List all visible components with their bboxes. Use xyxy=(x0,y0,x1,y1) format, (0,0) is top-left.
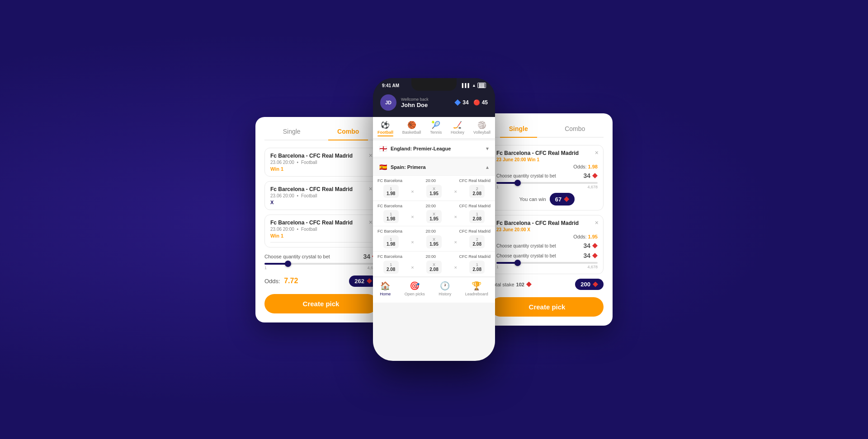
home-icon: 🏠 xyxy=(380,281,390,291)
x-div-4: × xyxy=(411,265,414,270)
avatar: JD xyxy=(380,94,396,111)
odds-4-h1[interactable]: 12.08 xyxy=(383,261,399,274)
spain-league[interactable]: 🇪🇸 Spain: Primera ▴ xyxy=(373,159,495,176)
odds-3-x[interactable]: X1.95 xyxy=(426,235,442,248)
match-2-home: FC Barcelona xyxy=(377,204,402,208)
odds-1-h2[interactable]: 22.08 xyxy=(469,185,485,198)
left-tab-single[interactable]: Single xyxy=(274,125,310,140)
wifi-icon: ▲ xyxy=(472,83,476,88)
odds-4-h2[interactable]: 12.08 xyxy=(469,261,485,274)
bottom-nav: 🏠 Home 🎯 Open picks 🕐 History 🏆 Leadrebo… xyxy=(373,277,495,303)
right-tab-single[interactable]: Single xyxy=(500,122,537,138)
right-crystal-2a xyxy=(592,243,598,248)
sport-tab-tennis[interactable]: 🎾 Tennis xyxy=(428,121,443,136)
right-card: Single Combo × Fc Barcelona - CFC Real M… xyxy=(481,113,613,326)
left-qty-section: Choose quantity crystal to bet 34 1 4,67… xyxy=(264,253,377,270)
x-div-4b: × xyxy=(454,265,457,270)
bet-meta-2: 23.06 20:00 • Football xyxy=(270,193,372,198)
right-win-row-1: You can win 67 xyxy=(496,193,598,205)
odds-2-h2[interactable]: 12.08 xyxy=(469,210,485,223)
nav-picks-label: Open picks xyxy=(405,292,425,296)
right-range-2: 1 4,678 xyxy=(496,265,598,269)
right-close-2[interactable]: × xyxy=(595,219,599,226)
right-crystal-total xyxy=(526,282,532,287)
right-bet-title-2: Fc Barcelona - CFC Real Madrid xyxy=(496,220,598,226)
phone-screen: ⚽ Football 🏀 Basketball 🎾 Tennis 🏒 xyxy=(373,117,495,361)
nav-leaderboard[interactable]: 🏆 Leadreboard xyxy=(465,281,488,296)
picks-icon: 🎯 xyxy=(410,281,420,291)
nav-leaderboard-label: Leadreboard xyxy=(465,292,488,296)
left-create-btn[interactable]: Create pick xyxy=(264,294,377,313)
tennis-icon: 🎾 xyxy=(431,121,440,129)
spain-collapse-icon: ▴ xyxy=(486,164,489,170)
right-range-1: 1 4,678 xyxy=(496,185,598,189)
odds-1-h1[interactable]: 11.98 xyxy=(383,185,399,198)
currency-2: 🔴 45 xyxy=(473,99,488,106)
odds-3-h1[interactable]: 11.98 xyxy=(383,235,399,248)
spain-league-name: Spain: Primera xyxy=(391,164,426,170)
close-bet-2[interactable]: × xyxy=(369,185,373,192)
sport-tab-hockey[interactable]: 🏒 Hockey xyxy=(449,121,466,136)
right-slider-1[interactable] xyxy=(496,182,598,184)
match-4-home: FC Barcelona xyxy=(377,254,402,259)
right-crystal-win-1 xyxy=(564,196,569,202)
odds-4-x[interactable]: X2.08 xyxy=(426,261,442,274)
leaderboard-icon: 🏆 xyxy=(472,281,481,291)
basketball-icon: 🏀 xyxy=(407,121,416,129)
currency-row: 34 🔴 45 xyxy=(454,99,488,106)
right-total-row: Total stake 102 200 xyxy=(491,279,604,290)
right-close-1[interactable]: × xyxy=(595,149,599,156)
england-league[interactable]: 🏴󠁧󠁢󠁥󠁮󠁧󠁿 England: Premier-League ▾ xyxy=(373,140,495,157)
x-div-2: × xyxy=(411,214,414,220)
left-tab-combo[interactable]: Combo xyxy=(328,125,368,140)
hockey-icon: 🏒 xyxy=(453,121,462,129)
sport-tab-basketball[interactable]: 🏀 Basketball xyxy=(401,121,423,136)
match-1-away: CFC Real Madrid xyxy=(459,178,491,183)
tennis-label: Tennis xyxy=(430,130,442,135)
nav-home-label: Home xyxy=(380,292,391,296)
right-create-btn[interactable]: Create pick xyxy=(491,297,604,317)
close-bet-3[interactable]: × xyxy=(369,219,373,226)
match-3-home: FC Barcelona xyxy=(377,229,402,234)
odds-1-x[interactable]: X1.95 xyxy=(426,185,442,198)
england-expand-icon: ▾ xyxy=(486,145,489,152)
x-div-3: × xyxy=(411,239,414,245)
odds-2-x[interactable]: X1.95 xyxy=(426,210,442,223)
left-card: Single Combo × Fc Barcelona - CFC Real M… xyxy=(255,117,387,322)
spain-league-info: 🇪🇸 Spain: Primera xyxy=(379,163,426,171)
nav-open-picks[interactable]: 🎯 Open picks xyxy=(405,281,425,296)
bet-title-1: Fc Barcelona - CFC Real Madrid xyxy=(270,153,372,159)
sport-tab-football[interactable]: ⚽ Football xyxy=(376,121,395,136)
left-tab-row: Single Combo xyxy=(264,125,377,140)
right-tab-combo[interactable]: Combo xyxy=(556,122,594,138)
close-bet-1[interactable]: × xyxy=(369,152,373,159)
match-1-time: 20:00 xyxy=(425,178,436,183)
right-odds-value-1: 1.98 xyxy=(588,164,598,169)
right-bet-1: × Fc Barcelona - CFC Real Madrid 23 June… xyxy=(491,145,604,210)
odds-3-h2[interactable]: 22.08 xyxy=(469,235,485,248)
right-slider-2[interactable] xyxy=(496,262,598,264)
football-label: Football xyxy=(377,130,393,135)
signal-icon: ▌▌▌ xyxy=(462,83,471,88)
match-4-away: CFC Real Madrid xyxy=(459,254,491,259)
right-bet-date-1: 23 June 20:00 Win 1 xyxy=(496,157,598,162)
status-time: 9:41 AM xyxy=(382,83,399,88)
odds-2-h1[interactable]: 11.98 xyxy=(383,210,399,223)
volleyball-label: Volleyball xyxy=(473,130,491,135)
bet-title-2: Fc Barcelona - CFC Real Madrid xyxy=(270,186,372,192)
right-bet-title-1: Fc Barcelona - CFC Real Madrid xyxy=(496,150,598,156)
match-1-home: FC Barcelona xyxy=(377,178,402,183)
currency-2-value: 45 xyxy=(482,99,488,106)
left-qty-label: Choose quantity crystal to bet 34 xyxy=(264,253,377,260)
england-league-info: 🏴󠁧󠁢󠁥󠁮󠁧󠁿 England: Premier-League xyxy=(379,145,451,152)
x-div-3b: × xyxy=(454,239,457,245)
left-slider[interactable] xyxy=(264,263,377,265)
sport-tab-volleyball[interactable]: 🏐 Volleyball xyxy=(472,121,492,136)
nav-history[interactable]: 🕐 History xyxy=(439,281,451,296)
nav-home[interactable]: 🏠 Home xyxy=(380,281,391,296)
currency-1-value: 34 xyxy=(462,99,468,106)
phone-body: 9:41 AM ▌▌▌ ▲ ▓▓ JD Wellcome back John D… xyxy=(373,78,495,361)
user-details: Wellcome back John Doe xyxy=(401,97,429,108)
match-2-time: 20:00 xyxy=(425,204,436,208)
right-qty-label-2b: Choose quantity crystal to bet 34 xyxy=(496,252,598,259)
